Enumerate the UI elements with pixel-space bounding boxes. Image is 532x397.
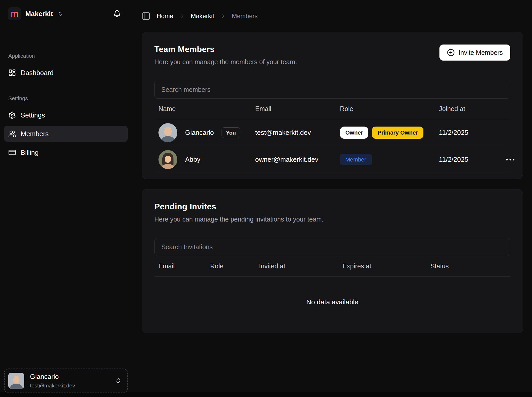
table-row: Giancarlo You test@makerkit.dev Owner Pr…: [154, 119, 510, 146]
sidebar-toggle-button[interactable]: [142, 12, 150, 20]
member-email: test@makerkit.dev: [255, 129, 340, 137]
section-title: Pending Invites: [154, 202, 324, 211]
member-email: owner@makerkit.dev: [255, 156, 340, 164]
chevron-right-icon: [179, 13, 185, 19]
nav-section-application: Application Dashboard: [4, 53, 128, 81]
panel-left-icon: [142, 12, 150, 20]
pending-invites-heading: Pending Invites Here you can manage the …: [154, 202, 324, 223]
card-subtitle: Here you can manage the pending invitati…: [154, 216, 324, 223]
breadcrumb-current: Members: [232, 12, 258, 20]
workspace-logo-letter: m: [10, 7, 19, 20]
dashboard-icon: [8, 69, 16, 77]
team-members-card: Team Members Here you can manage the mem…: [142, 32, 523, 179]
role-badge-member: Member: [340, 154, 372, 165]
ellipsis-icon: [513, 159, 514, 160]
column-header-name: Name: [154, 105, 255, 113]
pending-invites-header: Pending Invites Here you can manage the …: [154, 202, 510, 223]
member-name: Abby: [185, 156, 200, 164]
sidebar: m Makerkit Application D: [0, 0, 132, 397]
role-badge-owner: Owner: [340, 127, 368, 139]
gear-icon: [8, 111, 16, 119]
column-header-role: Role: [340, 105, 439, 113]
column-header-invited-at: Invited at: [259, 262, 343, 270]
app-root: m Makerkit Application D: [0, 0, 532, 397]
column-header-email: Email: [154, 262, 210, 270]
column-header-expires-at: Expires at: [343, 262, 430, 270]
column-header-email: Email: [255, 105, 340, 113]
credit-card-icon: [8, 149, 16, 156]
chevrons-up-down-icon: [57, 11, 63, 17]
team-members-header: Team Members Here you can manage the mem…: [154, 45, 510, 66]
member-roles-cell: Owner Primary Owner: [340, 127, 439, 139]
sidebar-item-settings[interactable]: Settings: [4, 107, 128, 123]
sidebar-item-label: Members: [21, 130, 49, 138]
member-actions-cell: [504, 156, 529, 163]
team-members-heading: Team Members Here you can manage the mem…: [154, 45, 297, 66]
empty-state: No data available: [154, 277, 510, 327]
sidebar-item-label: Dashboard: [21, 69, 54, 77]
you-badge: You: [222, 127, 240, 138]
member-name: Giancarlo: [185, 129, 214, 137]
user-email: test@makerkit.dev: [30, 383, 75, 389]
main-content: Home Makerkit Members Team Members Here …: [132, 0, 532, 397]
members-table-header: Name Email Role Joined at: [154, 99, 510, 119]
search-invitations-input[interactable]: [154, 238, 510, 256]
workspace-switcher[interactable]: m Makerkit: [8, 7, 63, 20]
chevron-right-icon: [221, 13, 226, 19]
ellipsis-icon: [506, 159, 508, 160]
nav-section-label: Application: [8, 53, 128, 59]
ellipsis-icon: [510, 159, 511, 160]
sidebar-item-label: Settings: [21, 111, 45, 119]
role-badge-primary-owner: Primary Owner: [372, 127, 423, 139]
member-joined-at: 11/2/2025: [439, 129, 504, 137]
member-name-cell: Abby: [154, 150, 255, 169]
breadcrumb-home[interactable]: Home: [157, 12, 173, 20]
user-menu[interactable]: Giancarlo test@makerkit.dev: [4, 369, 128, 393]
sidebar-footer: Giancarlo test@makerkit.dev: [0, 364, 132, 397]
sidebar-item-label: Billing: [21, 149, 39, 157]
page-title: Team Members: [154, 45, 297, 54]
bell-icon: [113, 10, 121, 18]
member-joined-at: 11/2/2025: [439, 156, 504, 164]
table-row: Abby owner@makerkit.dev Member 11/2/2025: [154, 146, 510, 173]
invite-members-button[interactable]: Invite Members: [439, 45, 510, 61]
column-header-status: Status: [430, 262, 510, 270]
column-header-joined-at: Joined at: [439, 105, 504, 113]
workspace-name: Makerkit: [25, 10, 53, 18]
user-meta: Giancarlo test@makerkit.dev: [30, 373, 75, 389]
invite-members-label: Invite Members: [459, 49, 503, 56]
users-icon: [8, 130, 16, 138]
card-subtitle: Here you can manage the members of your …: [154, 58, 297, 66]
user-name: Giancarlo: [30, 373, 75, 381]
breadcrumb-makerkit[interactable]: Makerkit: [191, 12, 214, 20]
invites-table-header: Email Role Invited at Expires at Status: [154, 256, 510, 277]
column-header-role: Role: [210, 262, 259, 270]
pending-invites-card: Pending Invites Here you can manage the …: [142, 189, 523, 333]
avatar: [8, 373, 24, 389]
circle-plus-icon: [447, 49, 455, 56]
avatar: [158, 150, 177, 169]
row-actions-button[interactable]: [504, 156, 517, 163]
search-members-input[interactable]: [154, 81, 510, 99]
workspace-logo: m: [8, 7, 21, 20]
sidebar-item-billing[interactable]: Billing: [4, 144, 128, 160]
breadcrumb: Home Makerkit Members: [142, 12, 523, 20]
sidebar-item-dashboard[interactable]: Dashboard: [4, 65, 128, 81]
nav-section-settings: Settings Settings Members: [4, 95, 128, 160]
nav-section-label: Settings: [8, 95, 128, 101]
sidebar-nav: Application Dashboard Settings Settings: [0, 53, 132, 163]
member-name-cell: Giancarlo You: [154, 123, 255, 142]
member-roles-cell: Member: [340, 154, 439, 165]
sidebar-item-members[interactable]: Members: [4, 126, 128, 142]
chevrons-up-down-icon: [115, 377, 121, 384]
notifications-button[interactable]: [112, 8, 123, 19]
sidebar-header: m Makerkit: [0, 0, 132, 20]
avatar: [158, 123, 177, 142]
